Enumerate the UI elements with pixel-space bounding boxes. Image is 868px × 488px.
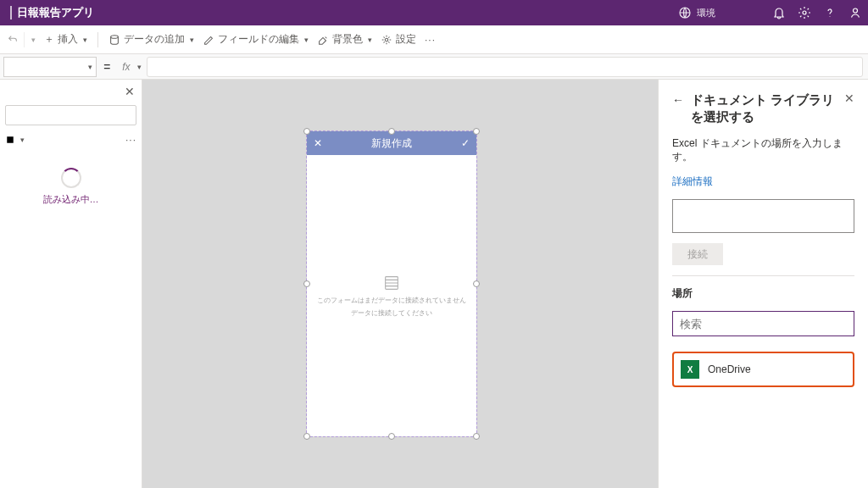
more-info-link[interactable]: 詳細情報 — [672, 175, 854, 189]
title-bar-accent — [10, 6, 12, 19]
form-title: 新規作成 — [371, 136, 412, 151]
add-data-menu[interactable]: データの追加 ▾ — [108, 32, 194, 47]
settings-menu[interactable]: 設定 — [381, 32, 416, 47]
app-header: 日報報告アプリ 環境 — [0, 0, 868, 25]
svg-point-1 — [803, 11, 806, 14]
formula-input[interactable] — [147, 57, 863, 77]
data-icon — [108, 34, 120, 46]
document-path-input[interactable] — [672, 199, 854, 233]
resize-handle[interactable] — [388, 433, 395, 440]
gear-icon — [381, 34, 392, 46]
panel-divider — [672, 275, 854, 276]
chevron-down-icon: ▾ — [88, 63, 92, 71]
property-selector[interactable]: ▾ — [3, 57, 97, 77]
form-close-icon[interactable]: ✕ — [314, 137, 322, 149]
person-icon — [849, 6, 862, 19]
resize-handle[interactable] — [303, 280, 310, 287]
main-area: ✕ ▾ ··· 読み込み中… ✕ 新規作成 — [0, 80, 868, 488]
environment-picker[interactable]: 環境 — [678, 6, 715, 19]
app-title-group: 日報報告アプリ — [0, 5, 94, 20]
gear-icon — [798, 6, 811, 19]
svg-rect-5 — [7, 136, 14, 143]
canvas[interactable]: ✕ 新規作成 ✓ このフォームはまだデータに接続されていません データに接続して… — [142, 80, 658, 488]
svg-point-2 — [854, 8, 858, 13]
location-search-input[interactable] — [672, 311, 854, 336]
resize-handle[interactable] — [303, 433, 310, 440]
resize-handle[interactable] — [303, 128, 310, 135]
settings-button[interactable] — [792, 0, 817, 25]
connect-button[interactable]: 接続 — [672, 243, 723, 265]
insert-label: 挿入 — [58, 32, 78, 47]
pen-icon — [203, 34, 214, 46]
spinner-icon — [61, 168, 81, 188]
panel-title-row: ← ドキュメント ライブラリ を選択する ✕ — [672, 92, 854, 126]
chevron-down-icon: ▾ — [20, 136, 25, 144]
add-data-label: データの追加 — [124, 32, 185, 47]
chevron-down-icon: ▾ — [83, 36, 87, 44]
resize-handle[interactable] — [473, 433, 480, 440]
form-body: このフォームはまだデータに接続されていません データに接続してください — [307, 155, 476, 436]
overflow-menu[interactable]: ··· — [425, 34, 436, 46]
edit-fields-label: フィールドの編集 — [218, 32, 299, 47]
tree-search-input[interactable] — [5, 105, 136, 125]
help-icon — [823, 6, 837, 19]
form-control[interactable]: ✕ 新規作成 ✓ このフォームはまだデータに接続されていません データに接続して… — [307, 131, 476, 436]
background-label: 背景色 — [332, 32, 363, 47]
ribbon-sep-0 — [24, 32, 25, 47]
app-title: 日報報告アプリ — [17, 5, 94, 20]
location-item-onedrive[interactable]: OneDrive — [672, 352, 854, 387]
screen-icon — [5, 135, 15, 145]
environment-label: 環境 — [697, 7, 715, 19]
excel-icon — [681, 360, 699, 379]
settings-label: 設定 — [396, 32, 416, 47]
resize-handle[interactable] — [473, 280, 480, 287]
chevron-down-icon: ▾ — [368, 36, 372, 44]
loading-indicator: 読み込み中… — [5, 168, 136, 206]
svg-point-4 — [385, 38, 388, 42]
svg-point-3 — [111, 35, 119, 38]
help-button[interactable] — [817, 0, 843, 25]
chevron-down-icon: ▾ — [304, 36, 309, 44]
chevron-down-icon: ▾ — [137, 63, 142, 71]
data-source-panel: ← ドキュメント ライブラリ を選択する ✕ Excel ドキュメントの場所を入… — [658, 80, 868, 488]
tree-node[interactable]: ▾ ··· — [5, 134, 136, 146]
location-name: OneDrive — [708, 363, 751, 375]
edit-fields-menu[interactable]: フィールドの編集 ▾ — [203, 32, 309, 47]
resize-handle[interactable] — [473, 128, 480, 135]
chevron-down-icon: ▾ — [190, 36, 194, 44]
empty-line2: データに接続してください — [351, 308, 432, 318]
empty-line1: このフォームはまだデータに接続されていません — [317, 296, 466, 305]
form-submit-icon[interactable]: ✓ — [461, 137, 470, 149]
account-button[interactable] — [843, 0, 868, 25]
formula-bar: ▾ = fx ▾ — [0, 54, 868, 80]
location-label: 場所 — [672, 286, 854, 301]
paint-icon — [317, 34, 329, 46]
tree-panel: ✕ ▾ ··· 読み込み中… — [0, 80, 142, 488]
close-panel-button[interactable]: ✕ — [844, 92, 854, 105]
notifications-button[interactable] — [766, 0, 792, 25]
no-data-icon — [382, 274, 401, 292]
equals-label: = — [97, 60, 117, 74]
undo-icon — [7, 34, 19, 46]
back-button[interactable]: ← — [672, 93, 684, 107]
loading-label: 読み込み中… — [43, 193, 99, 206]
tree-node-overflow[interactable]: ··· — [125, 134, 136, 146]
plus-icon: ＋ — [44, 32, 54, 47]
resize-handle[interactable] — [388, 128, 395, 135]
fx-label: fx — [117, 61, 135, 73]
panel-hint: Excel ドキュメントの場所を入力します。 — [672, 136, 854, 165]
ribbon-sep-1 — [97, 32, 98, 47]
undo-dropdown[interactable]: ▾ — [7, 32, 36, 47]
environment-icon — [678, 6, 692, 19]
close-tree-button[interactable]: ✕ — [125, 85, 135, 98]
insert-menu[interactable]: ＋ 挿入 ▾ — [44, 32, 87, 47]
panel-title: ドキュメント ライブラリ を選択する — [691, 92, 837, 126]
bell-icon — [772, 6, 786, 19]
ribbon-toolbar: ▾ ＋ 挿入 ▾ データの追加 ▾ フィールドの編集 ▾ 背景色 ▾ 設定 ··… — [0, 25, 868, 54]
form-header: ✕ 新規作成 ✓ — [307, 131, 476, 155]
background-color-menu[interactable]: 背景色 ▾ — [317, 32, 372, 47]
chevron-down-icon: ▾ — [31, 36, 36, 44]
